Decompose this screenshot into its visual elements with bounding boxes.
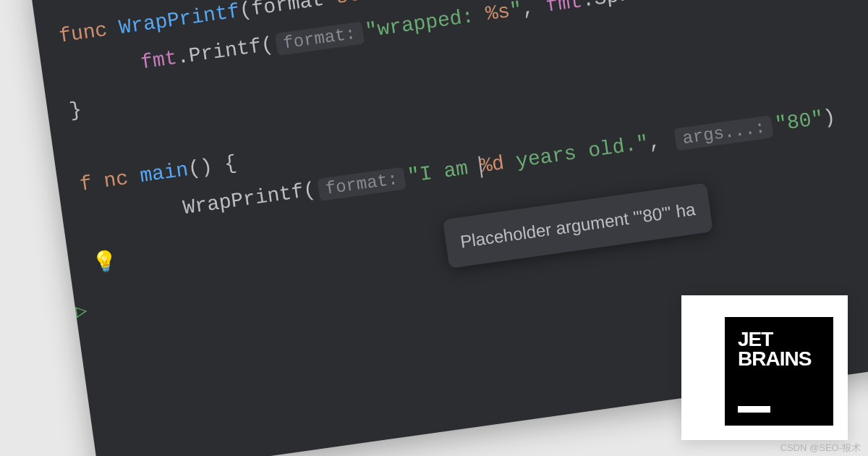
paren: ( — [260, 33, 275, 57]
method-printf: Printf — [187, 35, 263, 67]
run-gutter-icon[interactable]: ▷ — [74, 294, 90, 330]
brace-close: } — [68, 98, 83, 122]
func-main: main — [139, 159, 190, 187]
format-spec-s: %s — [484, 0, 511, 25]
indent — [65, 70, 129, 80]
param-hint-args: args...: — [674, 115, 774, 151]
string-iam-a: "I am — [407, 156, 482, 188]
pkg-fmt: fmt — [139, 47, 178, 75]
pkg-fmt2: fmt — [545, 0, 584, 17]
param-hint-format: format: — [275, 21, 365, 56]
dot: . — [581, 0, 596, 12]
format-spec-d: %d — [478, 152, 506, 177]
logo-line1: JET — [738, 330, 820, 350]
logo-text: JET BRAINS — [738, 330, 820, 368]
param-hint-format: format: — [317, 166, 407, 201]
keyword-func: func — [57, 19, 109, 48]
logo-bar — [738, 406, 770, 413]
paren-close: ) — [822, 106, 837, 130]
keyword-func-partial2: nc — [103, 167, 130, 193]
comma: , — [520, 0, 548, 20]
indent — [86, 216, 172, 228]
string-80: "80" — [774, 107, 825, 136]
jetbrains-logo: JET BRAINS — [725, 317, 833, 426]
watermark: CSDN @SEO-狠术 — [780, 442, 861, 455]
intention-bulb-icon[interactable]: 💡 — [90, 242, 120, 283]
jetbrains-logo-card: JET BRAINS — [681, 295, 848, 440]
paren: ( — [302, 179, 317, 203]
inspection-tooltip: Placeholder argument '"80"' ha — [443, 182, 713, 269]
param-format: format — [250, 0, 326, 20]
parens: () { — [187, 152, 238, 181]
logo-line2: BRAINS — [738, 350, 820, 369]
comma: , — [647, 128, 674, 153]
